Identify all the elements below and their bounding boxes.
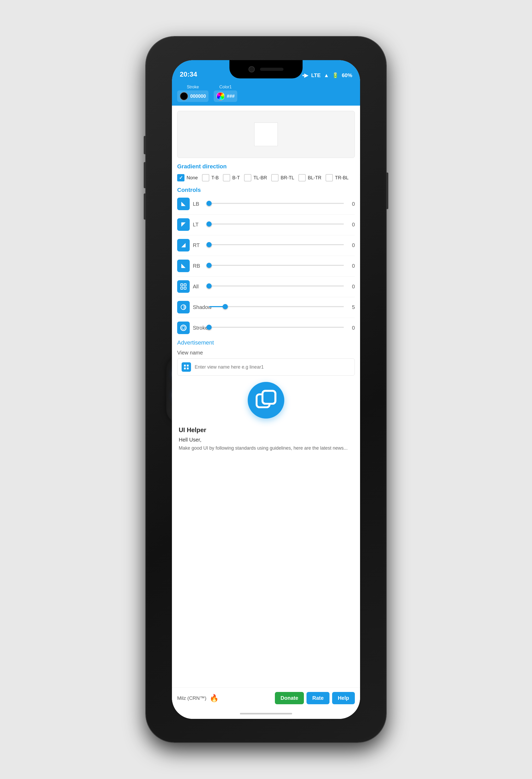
shadow-label: Shadow	[193, 304, 206, 310]
rb-arrow-icon	[180, 262, 187, 269]
signal-icon: ▲	[324, 72, 329, 78]
all-label: All	[193, 284, 206, 290]
bottom-buttons: Donate Rate Help	[275, 692, 355, 704]
donate-button[interactable]: Donate	[275, 692, 304, 704]
rb-thumb[interactable]	[206, 263, 212, 268]
gradient-option-trbl[interactable]: TR-BL	[326, 174, 348, 181]
app-content: Stroke 000000 Color1 ###	[172, 81, 360, 719]
rt-value: 0	[347, 242, 355, 248]
svg-point-5	[181, 325, 186, 331]
lb-arrow-icon	[180, 200, 187, 207]
flame-icon: 🔥	[210, 694, 219, 702]
all-thumb[interactable]	[206, 283, 212, 289]
checkbox-none[interactable]: ✓	[177, 174, 185, 181]
gradient-option-none[interactable]: ✓ None	[177, 174, 198, 181]
stroke-color-swatch	[180, 92, 188, 100]
rt-thumb[interactable]	[206, 242, 212, 247]
notch-camera	[249, 66, 255, 72]
control-row-stroke: Stroke 0	[177, 321, 355, 334]
option-trbl-label: TR-BL	[335, 175, 348, 181]
stroke-slider[interactable]	[209, 327, 344, 329]
svg-rect-9	[184, 367, 186, 369]
checkbox-tb[interactable]	[202, 174, 209, 181]
all-icon-button[interactable]	[177, 280, 190, 293]
color1-value: ###	[227, 94, 235, 99]
gradient-option-tb[interactable]: T-B	[202, 174, 219, 181]
control-row-all: All 0	[177, 280, 355, 293]
svg-point-6	[182, 326, 185, 329]
gradient-option-brtl[interactable]: BR-TL	[271, 174, 294, 181]
stroke-thumb[interactable]	[206, 325, 212, 330]
rb-slider[interactable]	[209, 265, 344, 267]
rt-slider[interactable]	[209, 244, 344, 246]
lb-track	[209, 203, 344, 204]
svg-rect-0	[181, 284, 183, 286]
color1-picker[interactable]: ###	[214, 91, 237, 102]
power-button[interactable]	[386, 173, 388, 209]
stroke-color-value: 000000	[190, 94, 206, 99]
lt-track	[209, 224, 344, 225]
checkbox-tlbr[interactable]	[244, 174, 251, 181]
shadow-track	[209, 306, 344, 307]
gradient-option-bt[interactable]: B-T	[223, 174, 240, 181]
control-row-lt: LT 0	[177, 218, 355, 231]
color1-swatch	[216, 92, 225, 100]
shadow-thumb[interactable]	[223, 304, 228, 309]
view-name-row	[177, 358, 355, 376]
ui-helper-title: UI Helper	[179, 426, 353, 434]
lb-icon-button[interactable]	[177, 198, 190, 210]
bottom-brand-section: Milz (CRN™) 🔥	[177, 694, 219, 702]
checkbox-bt[interactable]	[223, 174, 230, 181]
lb-thumb[interactable]	[206, 201, 212, 206]
help-button[interactable]: Help	[332, 692, 355, 704]
stroke-section: Stroke 000000	[177, 85, 208, 102]
rb-label: RB	[193, 263, 206, 269]
control-row-rt: RT 0	[177, 239, 355, 251]
lt-thumb[interactable]	[206, 222, 212, 227]
page-wrapper: 20:34 ▪▶ LTE ▲ 🔋 60% Strok	[0, 0, 532, 779]
lt-icon-button[interactable]	[177, 218, 190, 231]
control-row-lb: LB 0	[177, 198, 355, 210]
app-brand-text: Milz (CRN™)	[177, 695, 206, 701]
volume-down-button[interactable]	[144, 193, 146, 220]
stroke-picker[interactable]: 000000	[177, 91, 208, 102]
all-slider[interactable]	[209, 286, 344, 288]
main-content[interactable]: Gradient direction ✓ None	[172, 106, 360, 687]
checkbox-trbl[interactable]	[326, 174, 333, 181]
rate-button[interactable]: Rate	[307, 692, 329, 704]
checkbox-brtl[interactable]	[271, 174, 278, 181]
divider-5	[177, 297, 355, 297]
stroke-track	[209, 327, 344, 328]
checkbox-bltr[interactable]	[298, 174, 306, 181]
option-tb-label: T-B	[211, 175, 219, 181]
all-corners-icon	[180, 283, 187, 290]
preview-area	[177, 111, 355, 158]
lb-label: LB	[193, 201, 206, 207]
option-bltr-label: BL-TR	[308, 175, 321, 181]
color1-label: Color1	[219, 85, 232, 89]
all-value: 0	[347, 284, 355, 290]
gradient-option-bltr[interactable]: BL-TR	[298, 174, 321, 181]
bottom-bar: Milz (CRN™) 🔥 Donate Rate Help	[172, 687, 360, 708]
stroke-label: Stroke	[187, 85, 199, 89]
shadow-slider[interactable]	[209, 306, 344, 308]
lt-slider[interactable]	[209, 224, 344, 226]
rb-icon-button[interactable]	[177, 259, 190, 272]
big-icon-container	[177, 382, 355, 419]
ui-helper-body: Make good UI by following standards usin…	[179, 445, 353, 452]
volume-up-button[interactable]	[144, 162, 146, 188]
rt-label: RT	[193, 242, 206, 248]
volume-mute-button[interactable]	[144, 136, 146, 154]
lb-slider[interactable]	[209, 203, 344, 205]
shadow-value: 5	[347, 304, 355, 310]
gradient-option-tlbr[interactable]: TL-BR	[244, 174, 267, 181]
home-indicator	[172, 708, 360, 719]
color1-section: Color1 ###	[214, 85, 237, 102]
stroke-icon-button[interactable]	[177, 321, 190, 334]
shadow-icon-button[interactable]	[177, 301, 190, 313]
view-name-input[interactable]	[195, 364, 350, 370]
option-none-label: None	[187, 175, 198, 181]
rt-icon-button[interactable]	[177, 239, 190, 251]
divider-2	[177, 235, 355, 235]
view-name-icon	[182, 362, 191, 372]
